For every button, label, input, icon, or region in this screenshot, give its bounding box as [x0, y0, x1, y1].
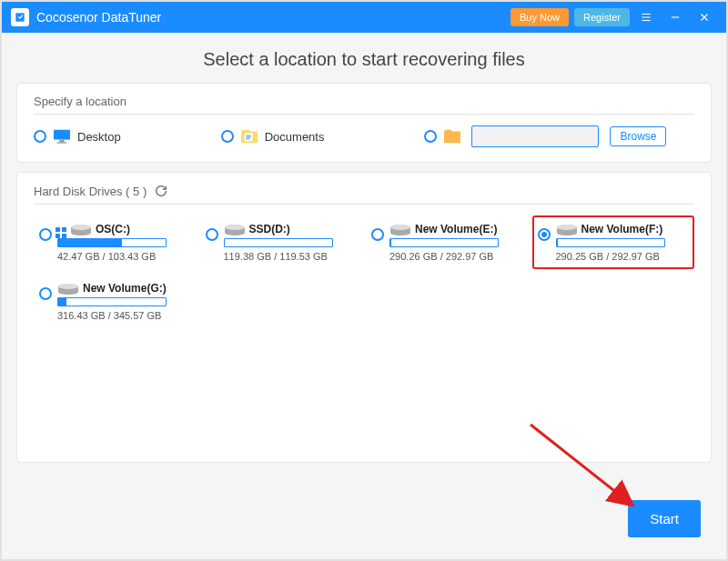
drive-size: 316.43 GB / 345.57 GB: [57, 310, 191, 321]
disk-icon: [224, 224, 246, 238]
windows-icon: [56, 225, 66, 236]
start-button[interactable]: Start: [628, 500, 701, 537]
drive-size: 42.47 GB / 103.43 GB: [57, 251, 191, 262]
svg-rect-4: [56, 227, 60, 232]
specify-section-title: Specify a location: [34, 95, 694, 115]
disk-icon: [556, 224, 578, 238]
register-button[interactable]: Register: [574, 8, 630, 26]
drive-item[interactable]: New Volume(F:)290.25 GB / 292.97 GB: [532, 215, 695, 269]
drive-size: 290.26 GB / 292.97 GB: [389, 251, 523, 262]
drive-usage-bar: [556, 238, 665, 247]
disk-icon: [389, 224, 411, 238]
drive-size: 119.38 GB / 119.53 GB: [224, 251, 358, 262]
drive-name: New Volume(G:): [83, 282, 167, 295]
drives-panel: Hard Disk Drives ( 5 ) OS(C:)42.47 GB / …: [16, 172, 712, 463]
drive-size: 290.25 GB / 292.97 GB: [556, 251, 690, 262]
monitor-icon: [52, 128, 72, 145]
documents-label: Documents: [265, 130, 325, 144]
desktop-label: Desktop: [77, 130, 121, 144]
documents-icon: [239, 128, 259, 145]
radio-desktop[interactable]: [34, 130, 46, 143]
app-title: Cocosenor DataTuner: [36, 10, 505, 25]
disk-icon: [57, 283, 79, 297]
svg-point-9: [71, 225, 91, 230]
folder-icon: [442, 128, 462, 145]
drives-section-title: Hard Disk Drives ( 5 ): [34, 185, 147, 198]
location-documents[interactable]: Documents: [221, 128, 325, 145]
drive-item[interactable]: New Volume(G:)316.43 GB / 345.57 GB: [34, 275, 197, 328]
drive-item[interactable]: New Volume(E:)290.26 GB / 292.97 GB: [366, 215, 529, 269]
browse-button[interactable]: Browse: [610, 126, 666, 146]
drive-name: New Volume(E:): [415, 223, 497, 235]
drive-item[interactable]: OS(C:)42.47 GB / 103.43 GB: [34, 215, 197, 269]
svg-point-17: [58, 284, 78, 289]
drive-usage-bar: [224, 238, 333, 247]
app-logo-icon: [11, 8, 29, 26]
svg-rect-0: [54, 130, 70, 140]
titlebar: Cocosenor DataTuner Buy Now Register: [2, 2, 726, 33]
drive-usage-bar: [57, 297, 167, 306]
svg-rect-7: [62, 234, 66, 238]
svg-rect-1: [59, 140, 64, 143]
svg-rect-6: [56, 234, 60, 238]
svg-point-11: [225, 225, 245, 230]
custom-path-input[interactable]: [471, 125, 599, 147]
menu-icon[interactable]: [633, 5, 659, 30]
radio-documents[interactable]: [221, 130, 234, 143]
drive-name: OS(C:): [96, 223, 130, 235]
drive-item[interactable]: SSD(D:)119.38 GB / 119.53 GB: [200, 215, 363, 269]
page-title: Select a location to start recovering fi…: [2, 33, 726, 83]
close-icon[interactable]: [692, 5, 717, 30]
svg-point-15: [557, 225, 577, 230]
specify-location-panel: Specify a location Desktop Documents Bro…: [16, 83, 712, 163]
radio-drive[interactable]: [206, 228, 218, 241]
drive-usage-bar: [389, 238, 499, 247]
svg-point-13: [390, 225, 410, 230]
drive-name: SSD(D:): [249, 223, 290, 235]
buy-now-button[interactable]: Buy Now: [511, 8, 569, 26]
radio-custom[interactable]: [424, 130, 437, 143]
disk-icon: [70, 224, 92, 238]
location-desktop[interactable]: Desktop: [34, 128, 121, 145]
radio-drive[interactable]: [39, 287, 52, 300]
radio-drive[interactable]: [371, 228, 384, 241]
refresh-icon[interactable]: [154, 184, 168, 198]
radio-drive[interactable]: [538, 228, 551, 241]
location-custom[interactable]: Browse: [424, 125, 666, 147]
svg-rect-5: [62, 227, 66, 232]
drive-usage-bar: [57, 238, 167, 247]
svg-rect-2: [57, 142, 67, 143]
radio-drive[interactable]: [39, 228, 52, 241]
drive-name: New Volume(F:): [581, 223, 663, 235]
minimize-icon[interactable]: [662, 5, 688, 30]
